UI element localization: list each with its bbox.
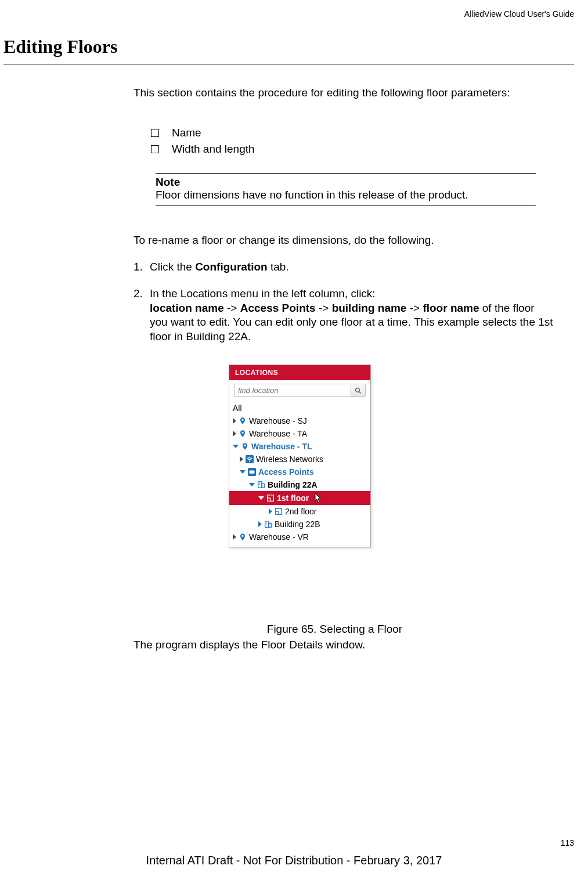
section-title: Editing Floors — [3, 36, 117, 57]
step-text: tab. — [268, 261, 289, 273]
caret-down-icon — [233, 445, 239, 448]
program-displays-text: The program displays the Floor Details w… — [134, 639, 536, 651]
tree-item-building-22a[interactable]: Building 22A — [229, 478, 370, 491]
note-text: Floor dimensions have no function in thi… — [156, 189, 536, 201]
to-rename-text: To re-name a floor or change its dimensi… — [134, 234, 536, 247]
svg-point-0 — [356, 388, 360, 392]
location-tree: All Warehouse - SJ Warehouse - TA Wareho… — [229, 401, 370, 547]
tree-item-warehouse-vr[interactable]: Warehouse - VR — [229, 531, 370, 543]
svg-rect-7 — [262, 484, 264, 488]
param-row: Width and length — [151, 143, 536, 156]
step-text: -> — [316, 302, 332, 314]
svg-rect-19 — [266, 524, 267, 524]
tree-label: Warehouse - SJ — [249, 416, 307, 426]
floor-icon — [275, 507, 283, 515]
caret-right-icon — [240, 456, 243, 462]
tree-label: 2nd floor — [285, 507, 316, 516]
step-text: In the Locations menu in the left column… — [150, 287, 376, 300]
location-pin-icon — [239, 533, 247, 541]
step-text: -> — [224, 302, 240, 314]
step-text: -> — [406, 302, 423, 314]
title-rule — [3, 64, 574, 64]
building-icon — [264, 520, 272, 528]
caret-right-icon — [258, 521, 262, 527]
location-pin-icon — [239, 430, 247, 438]
floor-name-bold: floor name — [423, 302, 479, 314]
svg-rect-17 — [269, 523, 271, 527]
tree-item-building-22b[interactable]: Building 22B — [229, 518, 370, 531]
intro-text: This section contains the procedure for … — [134, 86, 536, 100]
note-title: Note — [156, 176, 536, 189]
svg-rect-18 — [266, 522, 267, 523]
caret-right-icon — [233, 418, 236, 424]
tree-item-warehouse-ta[interactable]: Warehouse - TA — [229, 427, 370, 440]
svg-rect-9 — [259, 484, 260, 485]
tree-label: Building 22A — [268, 480, 318, 489]
svg-line-1 — [359, 391, 361, 393]
step-1: 1.Click the Configuration tab. — [134, 261, 536, 273]
step-number: 1. — [134, 261, 150, 273]
param-label: Name — [172, 127, 201, 139]
location-pin-icon — [241, 442, 249, 450]
wifi-icon — [246, 455, 254, 463]
tree-item-wireless-networks[interactable]: Wireless Networks — [229, 453, 370, 466]
tree-label: Warehouse - TL — [251, 442, 312, 451]
tree-label: Access Points — [258, 467, 314, 477]
bullet-box-icon — [151, 129, 159, 137]
building-name-bold: building name — [332, 302, 407, 314]
tree-label: Building 22B — [275, 520, 320, 529]
tree-item-2nd-floor[interactable]: 2nd floor — [229, 505, 370, 518]
tree-label: 1st floor — [277, 493, 309, 503]
tree-item-warehouse-tl[interactable]: Warehouse - TL — [229, 440, 370, 453]
bullet-box-icon — [151, 145, 159, 153]
search-icon — [355, 387, 362, 394]
tree-item-1st-floor[interactable]: 1st floor — [229, 491, 370, 505]
search-button[interactable] — [351, 384, 366, 397]
location-name-bold: location name — [150, 302, 224, 314]
header-guide-name: AlliedView Cloud User's Guide — [464, 9, 574, 19]
caret-down-icon — [258, 496, 264, 500]
tree-item-access-points[interactable]: Access Points — [229, 466, 370, 478]
search-row — [229, 380, 370, 401]
svg-rect-5 — [250, 470, 255, 473]
building-icon — [257, 481, 265, 489]
cursor-icon — [313, 493, 323, 503]
page-number: 113 — [561, 838, 574, 848]
figure-caption: Figure 65. Selecting a Floor — [134, 623, 536, 636]
tree-label: Warehouse - VR — [249, 532, 309, 542]
caret-right-icon — [269, 509, 272, 514]
locations-panel: LOCATIONS All Warehouse - SJ Warehouse -… — [229, 365, 371, 547]
caret-down-icon — [249, 483, 255, 486]
step-number: 2. — [134, 287, 150, 301]
params-list: Name Width and length — [151, 127, 536, 159]
svg-point-3 — [249, 460, 250, 461]
location-pin-icon — [239, 417, 247, 425]
param-row: Name — [151, 127, 536, 139]
caret-right-icon — [233, 431, 236, 437]
search-input[interactable] — [234, 384, 351, 397]
figure-locations-panel: LOCATIONS All Warehouse - SJ Warehouse -… — [229, 365, 371, 547]
configuration-bold: Configuration — [195, 261, 268, 273]
floor-icon — [266, 494, 275, 502]
step-text: Click the — [150, 261, 195, 273]
tree-label: Warehouse - TA — [249, 429, 307, 438]
access-point-icon — [248, 468, 256, 476]
tree-all[interactable]: All — [229, 402, 370, 414]
param-label: Width and length — [172, 143, 255, 156]
tree-label: Wireless Networks — [256, 455, 323, 464]
panel-header: LOCATIONS — [229, 365, 370, 380]
caret-right-icon — [233, 534, 236, 540]
access-points-bold: Access Points — [240, 302, 316, 314]
step-2: 2.In the Locations menu in the left colu… — [134, 287, 553, 344]
tree-item-warehouse-sj[interactable]: Warehouse - SJ — [229, 414, 370, 427]
caret-down-icon — [240, 470, 246, 474]
footer-text: Internal ATI Draft - Not For Distributio… — [0, 854, 588, 867]
tree-label: All — [233, 403, 242, 413]
note-box: Note Floor dimensions have no function i… — [156, 173, 536, 205]
svg-rect-8 — [259, 483, 260, 484]
